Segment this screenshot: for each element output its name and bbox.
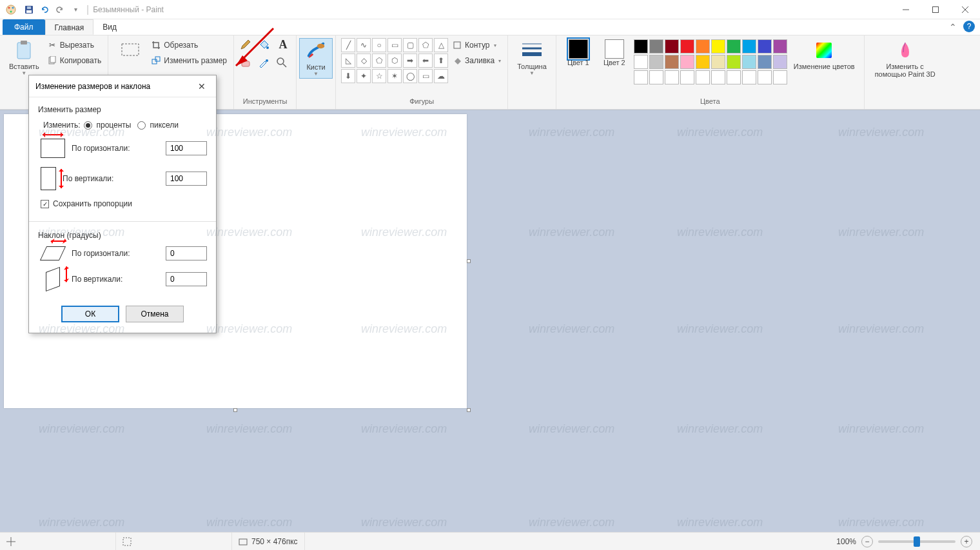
color-swatch[interactable] [773, 39, 787, 54]
paint3d-button[interactable]: Изменить с помощью Paint 3D [870, 38, 941, 79]
shape-polygon[interactable]: ⬠ [418, 38, 433, 52]
zoom-in-button[interactable]: + [961, 536, 972, 547]
maximize-button[interactable] [921, 0, 950, 19]
color-swatch[interactable] [696, 39, 710, 54]
color-swatch[interactable] [742, 70, 756, 84]
vertical-input[interactable] [166, 172, 207, 186]
shape-diamond[interactable]: ◇ [357, 54, 371, 68]
brushes-button[interactable]: Кисти ▼ [299, 38, 333, 79]
color-swatch[interactable] [649, 55, 663, 69]
color-swatch[interactable] [773, 70, 787, 84]
text-tool-icon[interactable]: A [275, 38, 291, 54]
color-swatch[interactable] [634, 55, 648, 69]
shape-callout-rect[interactable]: ▭ [418, 69, 433, 83]
resize-handle-east[interactable] [467, 259, 471, 263]
color-swatch[interactable] [758, 39, 772, 54]
color-swatch[interactable] [634, 70, 648, 84]
crop-button[interactable]: Обрезать [150, 38, 228, 52]
save-icon[interactable] [22, 3, 36, 17]
dialog-title-bar[interactable]: Изменение размеров и наклона ✕ [29, 75, 216, 97]
zoom-thumb[interactable] [914, 536, 920, 547]
redo-icon[interactable] [53, 3, 67, 17]
ok-button[interactable]: ОК [61, 306, 119, 322]
color2-button[interactable]: Цвет 2 [598, 38, 631, 68]
color-swatch[interactable] [758, 70, 772, 84]
color-swatch[interactable] [634, 39, 648, 54]
color1-button[interactable]: Цвет 1 [562, 38, 595, 68]
shape-star4[interactable]: ✦ [357, 69, 371, 83]
customize-qat-icon[interactable]: ▾ [68, 3, 83, 17]
eraser-tool-icon[interactable] [239, 56, 255, 72]
resize-handle-south[interactable] [233, 408, 237, 412]
color-swatch[interactable] [773, 55, 787, 69]
horizontal-input[interactable] [166, 141, 207, 155]
outline-button[interactable]: Контур▾ [451, 38, 502, 52]
help-button[interactable]: ? [963, 21, 975, 32]
tab-file[interactable]: Файл [3, 19, 45, 35]
paste-button[interactable]: Вставить ▼ [5, 38, 43, 77]
color-swatch[interactable] [758, 55, 772, 69]
color-swatch[interactable] [680, 70, 694, 84]
pencil-tool-icon[interactable] [239, 38, 255, 54]
tab-home[interactable]: Главная [45, 19, 94, 35]
color-swatch[interactable] [665, 55, 679, 69]
shape-arrow-r[interactable]: ➡ [403, 54, 417, 68]
zoom-out-button[interactable]: − [861, 536, 873, 547]
color-swatch[interactable] [727, 39, 741, 54]
shape-curve[interactable]: ∿ [357, 38, 371, 52]
undo-icon[interactable] [37, 3, 52, 17]
radio-pixels[interactable] [137, 121, 146, 130]
thickness-button[interactable]: Толщина ▼ [513, 38, 551, 77]
color-swatch[interactable] [711, 55, 725, 69]
shape-star6[interactable]: ✶ [387, 69, 402, 83]
shape-callout-cloud[interactable]: ☁ [434, 69, 448, 83]
shape-rtriangle[interactable]: ◺ [341, 54, 355, 68]
shape-callout-round[interactable]: ◯ [403, 69, 417, 83]
picker-tool-icon[interactable] [257, 56, 273, 72]
color-swatch[interactable] [649, 70, 663, 84]
shapes-gallery[interactable]: ╱ ∿ ○ ▭ ▢ ⬠ △ ◺ ◇ ⬠ ⬡ ➡ ⬅ ⬆ ⬇ ✦ ☆ ✶ ◯ ▭ [341, 38, 448, 83]
shape-rect[interactable]: ▭ [387, 38, 402, 52]
shape-oval[interactable]: ○ [372, 38, 386, 52]
radio-percent[interactable] [84, 121, 92, 130]
color-swatch[interactable] [711, 70, 725, 84]
magnifier-tool-icon[interactable] [275, 56, 291, 72]
edit-colors-button[interactable]: Изменение цветов [790, 38, 859, 72]
color-swatch[interactable] [711, 39, 725, 54]
shape-pentagon[interactable]: ⬠ [372, 54, 386, 68]
skew-vertical-input[interactable] [166, 272, 207, 286]
shape-arrow-l[interactable]: ⬅ [418, 54, 433, 68]
copy-button[interactable]: Копировать [46, 54, 103, 68]
color-swatch[interactable] [742, 55, 756, 69]
color-swatch[interactable] [696, 55, 710, 69]
shape-arrow-u[interactable]: ⬆ [434, 54, 448, 68]
color-swatch[interactable] [727, 55, 741, 69]
shape-line[interactable]: ╱ [341, 38, 355, 52]
shape-triangle[interactable]: △ [434, 38, 448, 52]
select-button[interactable]: _ [113, 38, 147, 72]
resize-handle-se[interactable] [467, 408, 471, 412]
dialog-close-button[interactable]: ✕ [194, 79, 210, 94]
color-swatch[interactable] [742, 39, 756, 54]
tab-view[interactable]: Вид [93, 19, 126, 35]
zoom-slider[interactable] [878, 540, 956, 543]
cut-button[interactable]: ✂Вырезать [46, 38, 103, 52]
color-swatch[interactable] [727, 70, 741, 84]
shape-star5[interactable]: ☆ [372, 69, 386, 83]
color-swatch[interactable] [680, 39, 694, 54]
collapse-ribbon-icon[interactable]: ⌃ [949, 22, 957, 32]
skew-horizontal-input[interactable] [166, 246, 207, 260]
fill-button[interactable]: Заливка▾ [451, 54, 502, 68]
close-button[interactable] [950, 0, 980, 19]
color-swatch[interactable] [680, 55, 694, 69]
maintain-aspect-checkbox[interactable] [41, 200, 49, 208]
shape-arrow-d[interactable]: ⬇ [341, 69, 355, 83]
minimize-button[interactable] [891, 0, 921, 19]
shape-roundrect[interactable]: ▢ [403, 38, 417, 52]
color-swatch[interactable] [696, 70, 710, 84]
color-swatch[interactable] [665, 70, 679, 84]
fill-tool-icon[interactable] [257, 38, 273, 54]
shape-hexagon[interactable]: ⬡ [387, 54, 402, 68]
color-swatch[interactable] [649, 39, 663, 54]
cancel-button[interactable]: Отмена [126, 306, 184, 322]
